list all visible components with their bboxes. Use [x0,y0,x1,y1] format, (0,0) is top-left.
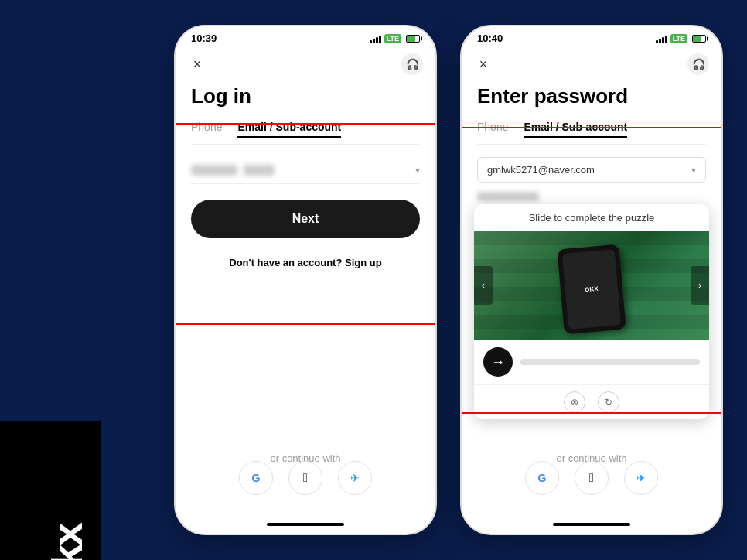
phone1-dont-have-account: Don't have an account? Sign up [191,257,420,268]
phone1-signal [370,34,381,43]
phone2-home-indicator [553,523,630,526]
phone1-dropdown-arrow[interactable]: ▾ [415,165,420,176]
phone2-signal [656,34,667,43]
phone1-telegram-btn[interactable]: ✈ [338,461,372,495]
phone1-status-icons: LTE [370,34,420,43]
phone2-tabs: Phone Email / Sub-account [477,121,706,145]
puzzle-image: OKX ‹ › [474,231,709,340]
phone2-email-value: gmlwk5271@naver.com [487,164,595,176]
phone2-battery [692,35,706,43]
puzzle-overlay: Slide to complete the puzzle OKX ‹ [474,204,709,419]
phone1-frame: 10:39 LTE × 🎧 Log in [174,25,437,535]
phone1-apple-btn[interactable]:  [288,461,322,495]
phone2-page-title: Enter password [477,84,706,108]
phone1-status-bar: 10:39 LTE [176,26,435,50]
puzzle-footer: ⊗ ↻ [474,384,709,419]
okx-logo-small: OKX [585,285,599,293]
phone2-headset-icon[interactable]: 🎧 [687,53,709,75]
phone1-input-row[interactable]: ▾ [191,157,420,184]
phone1-google-btn[interactable]: G [239,461,273,495]
phone2-email-input[interactable]: gmlwk5271@naver.com ▾ [477,157,706,183]
phone1-input-blur2 [244,165,275,176]
phone1-dont-have-text: Don't have an account? [229,257,342,268]
phone-in-hand: OKX [561,247,622,332]
phone2-status-bar: 10:40 LTE [462,26,721,50]
puzzle-title: Slide to complete the puzzle [474,204,709,231]
puzzle-arrow-icon: → [491,354,505,370]
phone1-battery [406,35,420,43]
phone2-lte: LTE [670,34,687,43]
phone1-tab-email[interactable]: Email / Sub-account [237,121,341,138]
phone2-frame: 10:40 LTE × 🎧 Enter passwor [460,25,723,535]
phone1-close-btn[interactable]: × [188,55,206,73]
phone1-tabs: Phone Email / Sub-account [191,121,420,145]
phone2-nav: × 🎧 [462,50,721,81]
phone1-next-button[interactable]: Next [191,200,420,238]
phone2-apple-btn[interactable]:  [575,461,609,495]
okx-text: okx [42,524,92,560]
phone2-status-icons: LTE [656,34,706,43]
puzzle-slide-button[interactable]: → [483,347,513,377]
phone2-close-btn[interactable]: × [474,55,493,73]
phone1-headset-icon[interactable]: 🎧 [401,53,423,75]
phone2-time: 10:40 [477,32,503,44]
puzzle-slider-row: → [474,340,709,384]
phone1-lte: LTE [384,34,401,43]
phone1-tab-phone[interactable]: Phone [191,121,222,138]
phone2-google-btn[interactable]: G [525,461,559,495]
phone1-page-title: Log in [191,84,420,108]
phone1-social-icons: G  ✈ [176,461,435,495]
phone2-social-icons: G  ✈ [462,461,721,495]
puzzle-slider-track[interactable] [520,359,700,365]
phone1-input-blur1 [191,165,237,176]
phone2-log-blur [477,192,539,201]
phone2-tab-email[interactable]: Email / Sub-account [524,121,627,138]
puzzle-nav-left[interactable]: ‹ [474,266,493,305]
puzzle-refresh-icon[interactable]: ↻ [598,391,619,413]
phone1-sign-up-link[interactable]: Sign up [345,257,382,268]
phone1-nav: × 🎧 [176,50,435,81]
phone1-home-indicator [267,523,344,526]
phone2-tab-phone[interactable]: Phone [477,121,508,138]
phone2-dropdown-arrow[interactable]: ▾ [691,165,696,176]
puzzle-nav-right[interactable]: › [691,266,709,305]
puzzle-close-icon[interactable]: ⊗ [564,391,585,413]
phone1-time: 10:39 [191,32,217,44]
phone2-telegram-btn[interactable]: ✈ [624,461,658,495]
